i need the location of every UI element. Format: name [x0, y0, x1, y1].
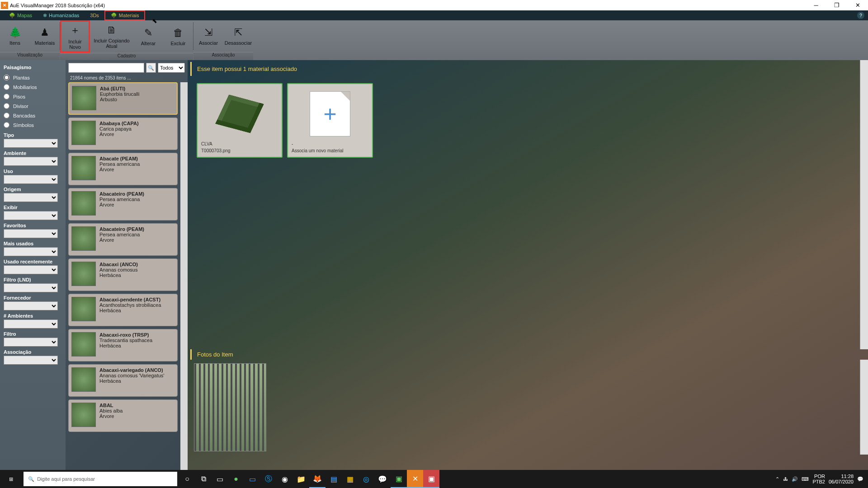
- filter-origem[interactable]: [4, 193, 58, 202]
- ribbon-excluir-label: Excluir: [170, 41, 185, 46]
- fotos-scrollbar[interactable]: [860, 360, 868, 455]
- list-item-sci: Persea americana: [99, 232, 144, 237]
- list-item-name: Ababaya (CAPA): [99, 121, 139, 126]
- list-item-sci: Carica papaya: [99, 126, 139, 131]
- radio-mobiliarios[interactable]: Mobiliarios: [4, 84, 62, 90]
- ribbon-excluir[interactable]: 🗑Excluir: [163, 20, 193, 53]
- camtasia-icon[interactable]: ▣: [391, 470, 407, 488]
- taskview-icon[interactable]: ⧉: [195, 470, 212, 488]
- list-scrollbar[interactable]: [180, 82, 188, 470]
- tab-mapas-label: Mapas: [17, 13, 32, 18]
- maximize-button[interactable]: ❐: [826, 0, 847, 10]
- list-item[interactable]: Abacaxi-roxo (TRSP)Tradescantia spathace…: [68, 329, 178, 361]
- skype-icon[interactable]: Ⓢ: [260, 470, 277, 488]
- search-button[interactable]: 🔍: [146, 63, 156, 73]
- list-item-sci: Ananas comosus: [99, 267, 138, 272]
- assoc-text: Associa um novo material: [292, 148, 368, 153]
- taskbar-app-11[interactable]: 💬: [374, 470, 391, 488]
- explorer-icon[interactable]: 📁: [293, 470, 309, 488]
- item-list[interactable]: Abá (EUTI)Euphorbia tirucalliArbustoAbab…: [66, 82, 180, 470]
- sticky-notes-icon[interactable]: ▦: [342, 470, 358, 488]
- close-button[interactable]: ✕: [847, 0, 868, 10]
- content-scrollbar[interactable]: [860, 60, 868, 349]
- filter-filtrolnd[interactable]: [4, 283, 58, 292]
- tab-materiais[interactable]: 🌳 Materiais: [104, 10, 146, 20]
- list-item-type: Arbusto: [100, 97, 139, 102]
- list-item[interactable]: Abacate (PEAM)Persea americanaÁrvore: [68, 153, 178, 185]
- material-card[interactable]: CLVA T0000703.png: [197, 83, 283, 158]
- list-item[interactable]: Ababaya (CAPA)Carica papayaÁrvore: [68, 117, 178, 150]
- filter-maisusados[interactable]: [4, 247, 58, 256]
- list-item[interactable]: Abá (EUTI)Euphorbia tirucalliArbusto: [68, 82, 178, 115]
- list-item[interactable]: Abacaxi (ANCO)Ananas comosusHerbácea: [68, 258, 178, 291]
- filter-filtrolnd-label: Filtro (LND): [4, 277, 62, 282]
- filter-exibir[interactable]: [4, 211, 58, 220]
- taskbar-search[interactable]: 🔍 Digite aqui para pesquisar: [24, 472, 177, 486]
- filter-usadorecent[interactable]: [4, 265, 58, 274]
- radio-divisor[interactable]: Divisor: [4, 103, 62, 109]
- filter-favoritos[interactable]: [4, 229, 58, 238]
- tab-humanizadas[interactable]: ❄ Humanizadas: [38, 10, 85, 20]
- list-item[interactable]: Abacaxi-pendente (ACST)Acanthostachys st…: [68, 294, 178, 326]
- tray-notifications-icon[interactable]: 💬: [857, 476, 863, 482]
- radio-pisos[interactable]: Pisos: [4, 94, 62, 99]
- filter-associacao[interactable]: [4, 356, 58, 365]
- tray-chevron-icon[interactable]: ⌃: [775, 476, 779, 482]
- taskbar-app-1[interactable]: ▭: [212, 470, 228, 488]
- radio-pisos-label: Pisos: [13, 94, 25, 99]
- tab-3ds[interactable]: 3Ds: [85, 10, 104, 20]
- edge-icon[interactable]: ◎: [358, 470, 374, 488]
- ribbon-desassociar[interactable]: ⇱Desassociar: [223, 20, 253, 52]
- list-item[interactable]: Abacateiro (PEAM)Persea americanaÁrvore: [68, 223, 178, 256]
- list-item[interactable]: Abacaxi-variegado (ANCO)Ananas comosus '…: [68, 364, 178, 397]
- ribbon-associar[interactable]: ⇲Associar: [193, 20, 223, 52]
- tray-clock[interactable]: 11:2806/07/2020: [829, 474, 854, 484]
- filter-ambiente[interactable]: [4, 157, 58, 166]
- tray-network-icon[interactable]: 🖧: [783, 476, 788, 482]
- taskbar-app-8[interactable]: ▤: [326, 470, 342, 488]
- taskbar-app-2[interactable]: ●: [228, 470, 244, 488]
- list-item[interactable]: Abacateiro (PEAM)Persea americanaÁrvore: [68, 188, 178, 221]
- filter-exibir-label: Exibir: [4, 205, 62, 210]
- visualmanager-icon[interactable]: ✕: [407, 470, 423, 488]
- radio-simbolos[interactable]: Símbolos: [4, 122, 62, 128]
- radio-bancadas[interactable]: Bancadas: [4, 113, 62, 118]
- edit-icon: ✎: [144, 27, 152, 39]
- trash-icon: 🗑: [173, 27, 183, 39]
- ribbon-incluir-copiando[interactable]: 🗎Incluir Copiando Atual: [90, 20, 133, 53]
- firefox-icon[interactable]: 🦊: [309, 470, 326, 488]
- ribbon-itens[interactable]: 🌲Itens: [0, 20, 30, 52]
- cortana-icon[interactable]: ○: [179, 470, 195, 488]
- list-item[interactable]: ABALAbies albaÁrvore: [68, 399, 178, 432]
- list-item-name: Abacate (PEAM): [99, 156, 140, 161]
- minimize-button[interactable]: ─: [806, 0, 826, 10]
- chrome-icon[interactable]: ◉: [277, 470, 293, 488]
- ribbon-alterar[interactable]: ✎Alterar: [133, 20, 163, 53]
- fotos-header: Fotos do Item: [190, 349, 865, 360]
- tab-mapas[interactable]: 🌳 Mapas: [4, 10, 38, 20]
- system-tray[interactable]: ⌃ 🖧 🔊 ⌨ PORPTB2 11:2806/07/2020 💬: [775, 474, 868, 484]
- ribbon-incluir-novo[interactable]: ＋Incluir Novo: [60, 20, 90, 53]
- ribbon-materiais[interactable]: ♟Materiais: [30, 20, 60, 52]
- start-button[interactable]: ⊞: [0, 470, 22, 488]
- associate-new-card[interactable]: + - Associa um novo material: [287, 83, 373, 158]
- foto-thumb[interactable]: [194, 363, 266, 451]
- filter-filtro[interactable]: [4, 338, 58, 347]
- taskbar-app-3[interactable]: ▭: [244, 470, 260, 488]
- search-scope-select[interactable]: Todos: [158, 63, 185, 73]
- search-input[interactable]: [68, 63, 144, 73]
- tray-ime-icon[interactable]: ⌨: [802, 476, 809, 482]
- filter-fornecedor[interactable]: [4, 301, 58, 310]
- help-button[interactable]: ?: [857, 12, 864, 19]
- list-item-type: Árvore: [99, 413, 123, 419]
- add-material-icon: +: [310, 91, 350, 136]
- material-cube-icon: [215, 94, 264, 133]
- filter-nambientes[interactable]: [4, 319, 58, 328]
- taskbar-app-14[interactable]: ▣: [423, 470, 439, 488]
- tray-lang[interactable]: PORPTB2: [812, 474, 825, 484]
- filter-uso[interactable]: [4, 175, 58, 184]
- filter-fornecedor-label: Fornecedor: [4, 295, 62, 300]
- radio-plantas[interactable]: Plantas: [4, 75, 62, 80]
- filter-tipo[interactable]: [4, 139, 58, 148]
- tray-volume-icon[interactable]: 🔊: [792, 476, 798, 482]
